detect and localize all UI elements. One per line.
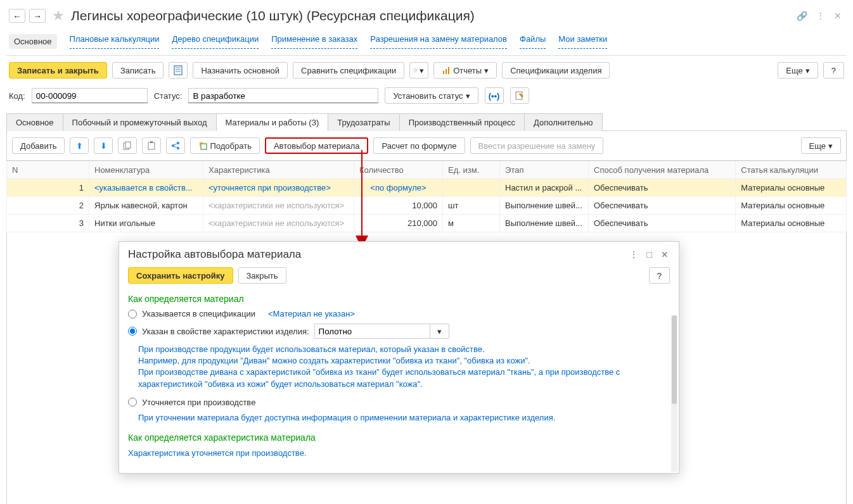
product-specs-button[interactable]: Спецификации изделия <box>502 62 610 79</box>
radio-in-property[interactable] <box>128 327 137 336</box>
radio-on-production-label: Уточняется при производстве <box>142 398 255 407</box>
set-main-button[interactable]: Назначить основной <box>193 62 288 79</box>
property-select[interactable] <box>314 324 430 339</box>
svg-rect-6 <box>446 69 447 74</box>
nav-bar: Основное Плановые калькуляции Дерево спе… <box>6 30 847 56</box>
info-production: При уточнении материала будет доступна и… <box>128 410 670 429</box>
col-nomen[interactable]: Номенклатура <box>89 161 203 179</box>
col-stage[interactable]: Этап <box>500 161 589 179</box>
col-method[interactable]: Способ получения материала <box>589 161 736 179</box>
action-icon-button[interactable]: ▾ <box>409 62 428 79</box>
table-row[interactable]: 1 <указывается в свойств... <уточняется … <box>7 179 847 197</box>
property-dropdown-icon[interactable]: ▾ <box>430 324 449 339</box>
popup-section-material: Как определяется материал <box>128 290 670 306</box>
info-property: При производстве продукции будет использ… <box>128 341 670 395</box>
materials-table: N Номенклатура Характеристика Количество… <box>6 161 847 232</box>
barcode-icon-button[interactable]: (••) <box>485 87 504 104</box>
nav-plan[interactable]: Плановые калькуляции <box>70 34 160 49</box>
back-button[interactable]: ← <box>9 9 25 23</box>
autoselect-popup: Настройка автовыбора материала ⋮ □ ✕ Сох… <box>119 241 679 474</box>
tabs: Основное Побочный и промежуточный выход … <box>6 113 847 131</box>
popup-save-button[interactable]: Сохранить настройку <box>128 267 233 284</box>
pick-button[interactable]: Подобрать <box>190 137 259 154</box>
compare-button[interactable]: Сравнить спецификации <box>293 62 404 79</box>
svg-rect-12 <box>150 141 153 143</box>
sub-more-button[interactable]: Еще ▾ <box>801 137 841 154</box>
col-calc[interactable]: Статья калькуляции <box>736 161 847 179</box>
tab-process[interactable]: Производственный процесс <box>399 113 525 131</box>
popup-scrollbar[interactable] <box>671 315 677 472</box>
reports-button[interactable]: Отчеты ▾ <box>433 62 497 79</box>
tab-extra[interactable]: Дополнительно <box>524 113 603 131</box>
svg-rect-5 <box>443 71 444 74</box>
nav-files[interactable]: Файлы <box>520 34 546 49</box>
code-label: Код: <box>9 91 25 101</box>
col-unit[interactable]: Ед. изм. <box>443 161 500 179</box>
more-button[interactable]: Еще ▾ <box>778 62 818 79</box>
popup-title: Настройка автовыбора материала <box>128 248 628 261</box>
set-status-button[interactable]: Установить статус ▾ <box>385 87 478 104</box>
col-char[interactable]: Характеристика <box>203 161 354 179</box>
nav-main[interactable]: Основное <box>9 34 57 49</box>
copy-icon-button[interactable] <box>118 137 137 154</box>
code-input[interactable] <box>32 88 148 103</box>
paste-icon-button[interactable] <box>142 137 161 154</box>
close-icon[interactable]: ✕ <box>831 8 844 23</box>
col-qty[interactable]: Количество <box>354 161 443 179</box>
add-button[interactable]: Добавить <box>12 137 65 154</box>
popup-help-button[interactable]: ? <box>649 267 670 284</box>
popup-maximize-icon[interactable]: □ <box>646 248 653 261</box>
share-icon-button[interactable] <box>166 137 185 154</box>
nav-tree[interactable]: Дерево спецификации <box>172 34 259 49</box>
svg-point-14 <box>177 142 179 144</box>
nav-notes[interactable]: Мои заметки <box>558 34 607 49</box>
autoselect-button[interactable]: Автовыбор материала <box>265 137 369 154</box>
svg-rect-7 <box>448 67 449 74</box>
tab-labor[interactable]: Трудозатраты <box>328 113 399 131</box>
tab-main[interactable]: Основное <box>6 113 63 131</box>
material-link[interactable]: <Материал не указан> <box>268 309 355 318</box>
link-icon[interactable]: 🔗 <box>794 8 810 23</box>
move-down-icon-button[interactable]: ⬇ <box>94 137 113 154</box>
more-menu-icon[interactable]: ⋮ <box>814 8 828 23</box>
col-n[interactable]: N <box>7 161 89 179</box>
radio-in-property-label: Указан в свойстве характеристики изделия… <box>142 327 309 336</box>
radio-in-spec[interactable] <box>128 310 137 318</box>
svg-rect-10 <box>125 142 131 148</box>
tab-side[interactable]: Побочный и промежуточный выход <box>63 113 217 131</box>
subst-button[interactable]: Ввести разрешение на замену <box>470 137 604 154</box>
svg-rect-18 <box>201 144 207 149</box>
popup-scrollbar-thumb[interactable] <box>672 315 677 404</box>
svg-line-17 <box>174 146 177 148</box>
table-row[interactable]: 2 Ярлык навесной, картон <характеристики… <box>7 197 847 215</box>
nav-subst[interactable]: Разрешения на замену материалов <box>370 34 507 49</box>
table-row[interactable]: 3 Нитки игольные <характеристики не испо… <box>7 215 847 232</box>
page-title: Легинсы хореографические (10 штук) (Ресу… <box>71 8 790 23</box>
save-close-button[interactable]: Записать и закрыть <box>9 62 107 79</box>
radio-in-spec-label: Указывается в спецификации <box>142 309 255 318</box>
help-button[interactable]: ? <box>823 62 844 79</box>
popup-close-button[interactable]: Закрыть <box>238 267 286 284</box>
status-input[interactable] <box>188 88 378 103</box>
pick-label: Подобрать <box>210 141 251 151</box>
svg-rect-0 <box>174 66 182 75</box>
formula-button[interactable]: Расчет по формуле <box>373 137 465 154</box>
popup-section-char: Как определяется характеристика материал… <box>128 429 670 445</box>
forward-button[interactable]: → <box>29 9 46 23</box>
reports-label: Отчеты <box>453 66 482 75</box>
save-button[interactable]: Записать <box>112 62 164 79</box>
document-icon-button[interactable] <box>169 62 188 79</box>
nav-orders[interactable]: Применение в заказах <box>271 34 357 49</box>
status-label: Статус: <box>154 91 183 101</box>
popup-menu-icon[interactable]: ⋮ <box>628 248 639 261</box>
favorite-icon[interactable]: ★ <box>49 8 67 24</box>
svg-line-16 <box>174 144 177 145</box>
svg-rect-11 <box>148 142 155 149</box>
popup-close-icon[interactable]: ✕ <box>660 248 670 261</box>
info-char: Характеристика уточняется при производст… <box>128 445 670 464</box>
move-up-icon-button[interactable]: ⬆ <box>70 137 89 154</box>
tab-materials[interactable]: Материалы и работы (3) <box>216 113 329 131</box>
radio-on-production[interactable] <box>128 398 137 406</box>
edit-list-icon-button[interactable] <box>510 87 529 104</box>
svg-rect-4 <box>414 69 416 72</box>
